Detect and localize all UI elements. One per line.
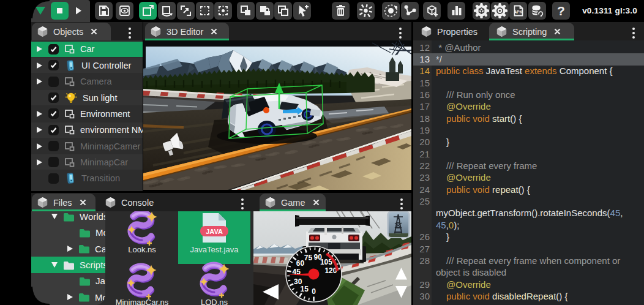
svg-text:APK: APK xyxy=(514,10,523,14)
svg-text:75: 75 xyxy=(304,254,313,262)
svg-text:?: ? xyxy=(557,4,565,18)
svg-text:30: 30 xyxy=(294,277,302,286)
svg-text:JAVA: JAVA xyxy=(206,228,223,235)
svg-text:120: 120 xyxy=(324,266,337,275)
svg-text:60: 60 xyxy=(296,259,305,268)
svg-text:0: 0 xyxy=(312,287,316,296)
